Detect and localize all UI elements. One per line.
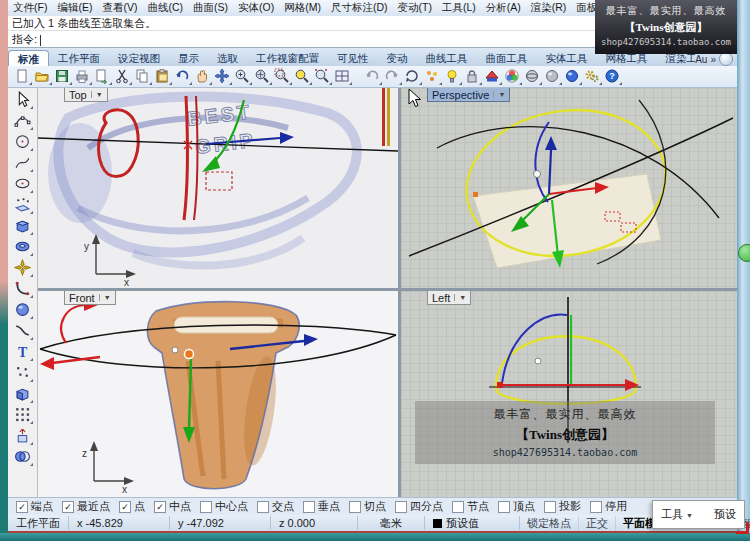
text-object-icon[interactable]: T [12, 342, 34, 363]
menu-item-8[interactable]: 变动(T) [393, 1, 437, 15]
solid-box-icon[interactable] [12, 384, 34, 405]
menu-item-11[interactable]: 渲染(R) [526, 1, 572, 15]
ellipse-icon[interactable] [12, 174, 34, 195]
osnap-7[interactable]: 切点 [349, 499, 386, 514]
osnap-4[interactable]: 中心点 [200, 499, 248, 514]
color-wheel-icon[interactable] [502, 67, 522, 86]
open-file-icon[interactable] [32, 67, 52, 86]
save-file-icon[interactable] [52, 67, 72, 86]
new-file-icon[interactable] [12, 67, 32, 86]
interpolate-curve-icon[interactable] [12, 153, 34, 174]
zoom-selected-icon[interactable] [292, 67, 312, 86]
viewport-front-canvas[interactable]: z x [38, 291, 398, 497]
clipping-plane-icon[interactable] [482, 67, 502, 86]
toolbar-tab-3[interactable]: 显示 [169, 50, 208, 66]
menu-item-2[interactable]: 查看(V) [97, 1, 142, 15]
menu-item-0[interactable]: 文件(F) [8, 1, 52, 15]
viewport-left-dropdown-icon[interactable]: ▼ [454, 294, 466, 301]
torus-icon[interactable] [12, 237, 34, 258]
floating-chat-button[interactable] [738, 244, 750, 262]
osnap-checkbox-11[interactable] [544, 501, 556, 513]
menu-item-4[interactable]: 曲面(S) [188, 1, 233, 15]
copy-icon[interactable] [132, 67, 152, 86]
lock-objects-icon[interactable] [462, 67, 482, 86]
pan-view-icon[interactable] [192, 67, 212, 86]
toolbar-tab-6[interactable]: 可见性 [328, 50, 378, 66]
menu-item-7[interactable]: 尺寸标注(D) [326, 1, 393, 15]
osnap-1[interactable]: ✓最近点 [62, 499, 110, 514]
osnap-checkbox-5[interactable] [257, 501, 269, 513]
print-icon[interactable] [72, 67, 92, 86]
chevron-right-icon[interactable]: » [710, 54, 716, 65]
popup-tools-button[interactable]: 工具▼ [661, 507, 693, 522]
osnap-checkbox-6[interactable] [303, 501, 315, 513]
menu-item-10[interactable]: 分析(A) [481, 1, 526, 15]
osnap-checkbox-1[interactable]: ✓ [62, 501, 74, 513]
viewport-top[interactable]: BEST GRIP [38, 88, 398, 288]
osnap-checkbox-9[interactable] [452, 501, 464, 513]
shaded-mode-icon[interactable] [542, 67, 562, 86]
status-toggle-1[interactable]: 正交 [579, 516, 616, 531]
redo-view-icon[interactable] [382, 67, 402, 86]
help-icon[interactable]: ? [602, 67, 622, 86]
zoom-window-icon[interactable] [272, 67, 292, 86]
osnap-checkbox-3[interactable]: ✓ [154, 501, 166, 513]
rectangular-array-icon[interactable] [12, 405, 34, 426]
viewport-top-dropdown-icon[interactable]: ▼ [91, 91, 103, 98]
box-icon[interactable] [12, 216, 34, 237]
osnap-5[interactable]: 交点 [257, 499, 294, 514]
viewport-layout-icon[interactable] [332, 67, 352, 86]
toolbar-tab-8[interactable]: 曲线工具 [417, 50, 477, 66]
osnap-checkbox-12[interactable] [590, 501, 602, 513]
explode-icon[interactable] [12, 258, 34, 279]
viewport-front-label[interactable]: Front ▼ [64, 291, 116, 305]
zoom-extents-icon[interactable] [312, 67, 332, 86]
viewport-perspective-label[interactable]: Perspective ▼ [427, 88, 510, 102]
cplane-button[interactable]: 工作平面 [8, 516, 69, 530]
osnap-checkbox-0[interactable]: ✓ [16, 501, 28, 513]
toolbar-tab-7[interactable]: 变动 [378, 50, 417, 66]
osnap-2[interactable]: ✓点 [119, 499, 145, 514]
menu-item-3[interactable]: 曲线(C) [142, 1, 188, 15]
toolbar-tab-9[interactable]: 曲面工具 [477, 50, 537, 66]
toolbar-tab-2[interactable]: 设定视图 [109, 50, 169, 66]
toolbar-tab-1[interactable]: 工作平面 [49, 50, 109, 66]
zoom-dynamic-icon[interactable] [252, 67, 272, 86]
export-file-icon[interactable] [92, 67, 112, 86]
osnap-checkbox-8[interactable] [395, 501, 407, 513]
collapse-button[interactable] [719, 52, 733, 66]
viewport-perspective-canvas[interactable] [401, 88, 737, 288]
viewport-top-label[interactable]: Top ▼ [64, 88, 108, 102]
toolbar-tab-5[interactable]: 工作视窗配置 [247, 50, 328, 66]
osnap-checkbox-4[interactable] [200, 501, 212, 513]
join-icon[interactable] [12, 279, 34, 300]
extrude-surface-icon[interactable] [12, 426, 34, 447]
viewport-left-label[interactable]: Left ▼ [427, 291, 471, 305]
undo-icon[interactable] [172, 67, 192, 86]
viewport-top-canvas[interactable]: BEST GRIP [38, 88, 398, 288]
cut-icon[interactable] [112, 67, 132, 86]
wireframe-mode-icon[interactable] [522, 67, 542, 86]
osnap-3[interactable]: ✓中点 [154, 499, 191, 514]
control-point-curve-icon[interactable] [12, 111, 34, 132]
viewport-left[interactable]: 最丰富、最实用、最高效 【Twins创意园】 shop427695314.tao… [401, 291, 737, 497]
osnap-checkbox-10[interactable] [498, 501, 510, 513]
surface-from-points-icon[interactable] [12, 195, 34, 216]
menu-item-6[interactable]: 网格(M) [279, 1, 326, 15]
layer-button[interactable]: 预设值 [425, 516, 520, 530]
osnap-8[interactable]: 四分点 [395, 499, 443, 514]
select-icon[interactable] [12, 90, 34, 111]
move-icon[interactable] [212, 67, 232, 86]
undo-view-icon[interactable] [362, 67, 382, 86]
menu-item-9[interactable]: 工具(L) [437, 1, 481, 15]
viewport-front-dropdown-icon[interactable]: ▼ [99, 294, 111, 301]
options-gears-icon[interactable] [582, 67, 602, 86]
rendered-mode-icon[interactable] [562, 67, 582, 86]
au-badge[interactable]: Au [695, 54, 707, 65]
popup-preset-button[interactable]: 预设 [714, 507, 736, 522]
boolean-union-icon[interactable] [12, 447, 34, 468]
paste-icon[interactable] [152, 67, 172, 86]
toolbar-tab-10[interactable]: 实体工具 [537, 50, 597, 66]
toolbar-tab-0[interactable]: 标准 [8, 50, 49, 66]
rotate-view-icon[interactable] [402, 67, 422, 86]
